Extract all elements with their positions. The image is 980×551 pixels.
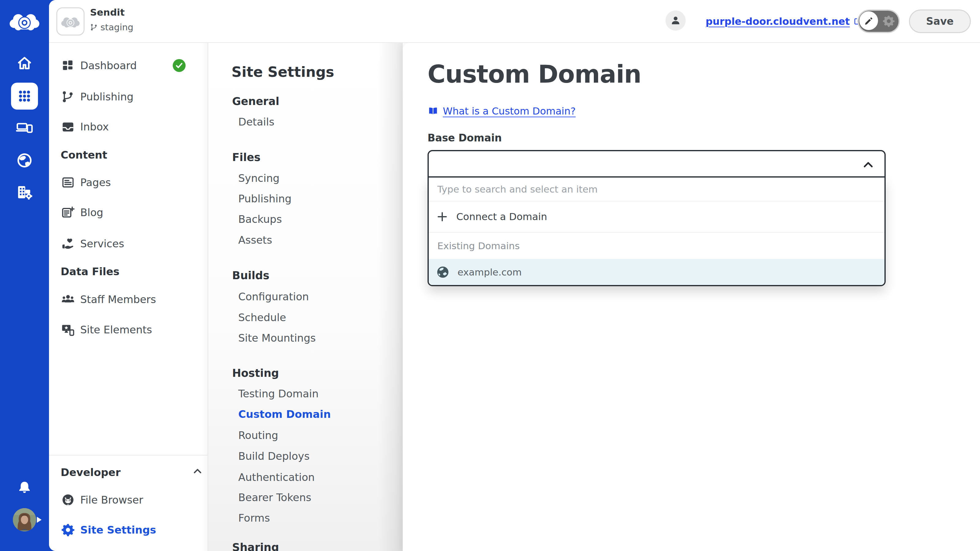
app-root: Sendit staging purple-door.cloudvent.net…: [0, 0, 980, 551]
site-elements-icon: [61, 323, 75, 337]
page-icon: [61, 176, 75, 189]
base-domain-dropdown: Connect a Domain Existing Domains exampl…: [428, 178, 886, 286]
settings-item-build-deploys[interactable]: Build Deploys: [238, 446, 310, 466]
globe-icon[interactable]: [16, 152, 33, 169]
base-domain-select[interactable]: [428, 150, 886, 178]
sidebar-item-services[interactable]: Services: [49, 233, 208, 254]
devices-icon[interactable]: [16, 119, 33, 137]
sidebar-item-label: Pages: [80, 176, 111, 189]
settings-item-custom-domain[interactable]: Custom Domain: [238, 404, 331, 424]
build-success-badge: [173, 59, 186, 72]
main-content: Custom Domain What is a Custom Domain? B…: [403, 43, 980, 551]
chevron-up-icon: [863, 161, 873, 168]
apps-grid-icon[interactable]: [11, 83, 38, 110]
gear-icon: [61, 523, 75, 537]
page-title: Custom Domain: [428, 60, 641, 89]
dashboard-icon: [61, 59, 75, 72]
sidebar-item-label: Site Settings: [80, 524, 156, 536]
sidebar: Dashboard Publishing Inbox Content Pages: [49, 43, 208, 551]
sidebar-item-label: File Browser: [80, 494, 143, 506]
sidebar-item-label: Dashboard: [80, 59, 137, 71]
settings-section-builds: Builds: [232, 266, 269, 285]
pencil-icon: [859, 11, 878, 30]
sidebar-item-staff-members[interactable]: Staff Members: [49, 289, 208, 310]
site-settings-panel: Site Settings General Details Files Sync…: [208, 43, 403, 551]
settings-item-bearer-tokens[interactable]: Bearer Tokens: [238, 487, 311, 508]
blog-post-icon: [61, 206, 75, 219]
sidebar-item-file-browser[interactable]: File Browser: [49, 490, 208, 510]
domain-option-label: example.com: [458, 267, 522, 278]
settings-item-configuration[interactable]: Configuration: [238, 286, 309, 307]
workspace: Dashboard Publishing Inbox Content Pages: [49, 43, 980, 551]
base-domain-label: Base Domain: [428, 132, 502, 144]
settings-section-hosting: Hosting: [232, 364, 279, 382]
settings-item-assets[interactable]: Assets: [238, 230, 272, 250]
settings-item-forms[interactable]: Forms: [238, 508, 270, 528]
sidebar-divider: [49, 455, 208, 456]
inbox-icon: [61, 120, 75, 133]
sidebar-section-data-files: Data Files: [60, 262, 119, 281]
settings-item-details[interactable]: Details: [238, 112, 274, 132]
bell-icon[interactable]: [18, 480, 32, 495]
sidebar-item-pages[interactable]: Pages: [49, 172, 208, 192]
expand-arrow-icon[interactable]: [37, 517, 41, 523]
preview-url-label: purple-door.cloudvent.net: [706, 16, 850, 27]
sidebar-item-label: Publishing: [80, 91, 134, 103]
edit-settings-toggle[interactable]: [858, 10, 900, 33]
save-button[interactable]: Save: [909, 10, 971, 33]
sidebar-item-site-elements[interactable]: Site Elements: [49, 319, 208, 340]
site-icon-tile[interactable]: [56, 7, 84, 35]
settings-panel-title: Site Settings: [232, 64, 334, 80]
user-icon[interactable]: [665, 10, 686, 30]
gear-icon: [883, 15, 895, 27]
sidebar-item-dashboard[interactable]: Dashboard: [49, 56, 208, 76]
developer-header-label: Developer: [60, 466, 121, 478]
dropdown-search-input[interactable]: [429, 178, 885, 202]
open-book-icon: [428, 106, 439, 117]
sidebar-section-developer[interactable]: Developer: [60, 463, 219, 481]
settings-section-sharing: Sharing: [232, 538, 279, 551]
sidebar-item-inbox[interactable]: Inbox: [49, 117, 208, 137]
sidebar-item-blog[interactable]: Blog: [49, 202, 208, 222]
settings-item-routing[interactable]: Routing: [238, 425, 278, 445]
plus-icon: [437, 211, 448, 222]
github-icon: [61, 493, 75, 507]
organization-icon[interactable]: [16, 184, 33, 201]
user-avatar[interactable]: [13, 508, 36, 531]
settings-item-authentication[interactable]: Authentication: [238, 467, 315, 487]
preview-url-link[interactable]: purple-door.cloudvent.net: [706, 0, 862, 43]
chevron-up-icon[interactable]: [193, 468, 202, 474]
settings-item-publishing[interactable]: Publishing: [238, 189, 291, 209]
branch-name: staging: [100, 22, 134, 32]
app-rail: [0, 0, 49, 551]
people-icon: [61, 293, 75, 306]
settings-section-general: General: [232, 92, 279, 111]
home-icon[interactable]: [16, 54, 33, 71]
sidebar-item-label: Services: [80, 238, 124, 250]
sidebar-section-content: Content: [60, 146, 107, 164]
git-branch-icon: [90, 23, 98, 31]
settings-item-site-mountings[interactable]: Site Mountings: [238, 328, 316, 348]
hand-heart-icon: [61, 237, 75, 250]
topbar: Sendit staging purple-door.cloudvent.net…: [49, 0, 980, 43]
app-sheet: Sendit staging purple-door.cloudvent.net…: [49, 0, 980, 551]
domain-option-example-com[interactable]: example.com: [429, 259, 885, 285]
site-branch: staging: [90, 22, 134, 32]
site-name: Sendit: [90, 7, 125, 18]
cloudcannon-logo[interactable]: [9, 9, 40, 32]
sidebar-item-label: Site Elements: [80, 324, 152, 336]
help-link-label: What is a Custom Domain?: [443, 105, 576, 117]
settings-item-syncing[interactable]: Syncing: [238, 168, 280, 188]
settings-item-testing-domain[interactable]: Testing Domain: [238, 384, 318, 404]
git-branch-icon: [61, 90, 75, 103]
sidebar-item-label: Inbox: [80, 121, 109, 133]
settings-item-backups[interactable]: Backups: [238, 209, 282, 229]
help-link[interactable]: What is a Custom Domain?: [428, 104, 576, 119]
settings-section-files: Files: [232, 148, 260, 167]
globe-icon: [436, 265, 450, 279]
connect-a-domain-option[interactable]: Connect a Domain: [429, 202, 885, 233]
sidebar-item-label: Staff Members: [80, 293, 156, 305]
sidebar-item-publishing[interactable]: Publishing: [49, 87, 208, 107]
sidebar-item-site-settings[interactable]: Site Settings: [49, 520, 208, 540]
settings-item-schedule[interactable]: Schedule: [238, 307, 286, 327]
